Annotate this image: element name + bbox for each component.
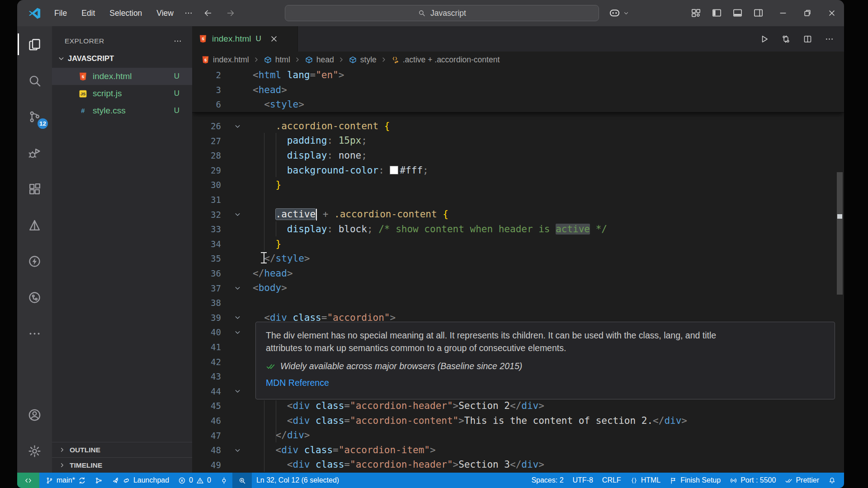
activity-item-prism-extension[interactable] (17, 207, 52, 243)
file-script.js[interactable]: JSscript.jsU (52, 85, 192, 102)
close-button[interactable] (820, 0, 844, 26)
activity-item-explorer[interactable] (17, 26, 52, 62)
activity-item-extensions[interactable] (17, 171, 52, 207)
status-remote-indicator[interactable] (17, 473, 39, 488)
code-line-47: 47 </div> (192, 428, 844, 443)
line-number: 35 (192, 253, 228, 263)
code-text: <body> (246, 281, 287, 296)
status-launchpad-item[interactable]: Launchpad (107, 473, 174, 488)
status-cursor-position-item[interactable]: Ln 32, Col 12 (6 selected) (252, 473, 344, 488)
breadcrumb-item-3[interactable]: head (305, 55, 334, 65)
activity-bar: 12 (17, 26, 52, 473)
views-and-more-actions-icon[interactable] (173, 37, 182, 46)
activity-item-source-control[interactable]: 12 (17, 99, 52, 135)
fold-indicator[interactable] (228, 211, 246, 218)
menu-selection[interactable]: Selection (104, 6, 148, 21)
status-notifications-bell[interactable] (824, 473, 840, 488)
fold-indicator[interactable] (228, 122, 246, 130)
fold-indicator[interactable] (228, 446, 246, 454)
tab-close-icon[interactable] (269, 34, 278, 43)
open-changes-icon[interactable] (781, 34, 791, 44)
status-highlight-zoom-item[interactable] (232, 473, 252, 488)
status-bar-left: main*Launchpad00Ln 32, Col 12 (6 selecte… (17, 473, 344, 488)
split-editor-icon[interactable] (803, 34, 812, 44)
menu-edit[interactable]: Edit (75, 6, 101, 21)
toggle-panel-icon[interactable] (732, 8, 743, 18)
search-icon (418, 9, 426, 17)
activity-item-more-views[interactable] (17, 315, 52, 352)
token: < (287, 459, 293, 470)
extensions-icon (28, 182, 42, 196)
command-center-search[interactable]: Javascript (285, 5, 599, 21)
file-style.css[interactable]: #style.cssU (52, 102, 192, 119)
customize-layout-icon[interactable] (691, 8, 701, 18)
fold-indicator[interactable] (228, 284, 246, 292)
token: 15px (339, 135, 362, 146)
menu-file[interactable]: File (48, 6, 73, 21)
status-port-item[interactable]: Port : 5500 (725, 473, 780, 488)
chevron-right-icon (59, 462, 66, 469)
token: > (453, 400, 459, 411)
status-language-mode-item[interactable]: HTML (626, 473, 665, 488)
editor-scrollbar[interactable] (837, 172, 843, 295)
status-prettier-item[interactable]: Prettier (780, 473, 824, 488)
thunder-extension-icon (28, 254, 42, 268)
minimize-button[interactable] (771, 0, 795, 26)
activity-item-run-and-debug[interactable] (17, 135, 52, 171)
token: html (259, 70, 282, 80)
token: div (293, 400, 310, 411)
status-plug-item[interactable] (216, 473, 232, 488)
sidebar-panel-outline[interactable]: OUTLINE (52, 442, 192, 457)
fold-indicator[interactable] (228, 387, 246, 395)
line-number: 48 (192, 445, 228, 455)
status-finish-setup-item[interactable]: Finish Setup (665, 473, 725, 488)
fold-indicator[interactable] (228, 314, 246, 321)
more-actions-icon[interactable] (825, 34, 834, 44)
token: </ (253, 268, 264, 279)
status-indentation-item[interactable]: Spaces: 2 (527, 473, 568, 488)
screen: FileEditSelectionView Javascript 1 (0, 0, 868, 488)
back-icon[interactable] (203, 8, 213, 18)
token: head (259, 84, 282, 95)
line-number: 3 (192, 85, 228, 95)
tab-index-html[interactable]: 5 index.html U (192, 26, 298, 52)
status-encoding-item[interactable]: UTF-8 (568, 473, 598, 488)
more-menus-icon[interactable] (184, 9, 193, 18)
status-git-graph-item[interactable] (90, 473, 107, 488)
copilot-menu[interactable] (609, 7, 629, 19)
toggle-secondary-sidebar-icon[interactable] (753, 8, 764, 18)
line-number: 30 (192, 180, 228, 190)
chevron-down-icon (234, 446, 241, 454)
activity-item-accounts[interactable] (17, 397, 52, 433)
toggle-primary-sidebar-icon[interactable] (712, 8, 722, 18)
activity-item-search[interactable] (17, 62, 52, 99)
menu-view[interactable]: View (151, 6, 179, 21)
status-git-branch-item[interactable]: main* (41, 473, 90, 488)
settings-icon (28, 444, 42, 458)
breadcrumb-item-4[interactable]: style (349, 55, 377, 65)
tooltip-description-line: attributes to mark up semantics common t… (266, 342, 825, 354)
sidebar-panel-timeline[interactable]: TIMELINE (52, 457, 192, 473)
css-file-icon: # (78, 106, 88, 116)
breadcrumb-item-2[interactable]: html (264, 55, 290, 65)
token (253, 165, 287, 176)
activity-item-settings[interactable] (17, 433, 52, 469)
restore-button[interactable] (795, 0, 820, 26)
forward-icon[interactable] (226, 8, 236, 18)
activity-item-share-extension[interactable] (17, 279, 52, 315)
run-button[interactable] (760, 34, 769, 44)
file-tree: 5index.htmlUJSscript.jsU#style.cssU (52, 68, 192, 119)
file-index.html[interactable]: 5index.htmlU (52, 68, 192, 85)
code-editor[interactable]: 2<html lang="en">3<head>6 <style> 26 .ac… (192, 68, 844, 473)
breadcrumb-item-1[interactable]: 5index.html (201, 55, 249, 65)
zoomin-icon (238, 477, 246, 484)
workspace-folder-row[interactable]: JAVASCRIPT (52, 50, 192, 67)
mdn-reference-link[interactable]: MDN Reference (266, 378, 329, 388)
activity-item-thunder-extension[interactable] (17, 243, 52, 279)
status-eol-item[interactable]: CRLF (598, 473, 626, 488)
status-problems-item[interactable]: 00 (174, 473, 216, 488)
code-line-33: 33 display: block; /* show content when … (192, 222, 844, 237)
breadcrumb-item-5[interactable]: .active + .accordion-content (391, 55, 500, 65)
fold-indicator[interactable] (228, 328, 246, 336)
activity-bar-bottom (17, 397, 52, 469)
